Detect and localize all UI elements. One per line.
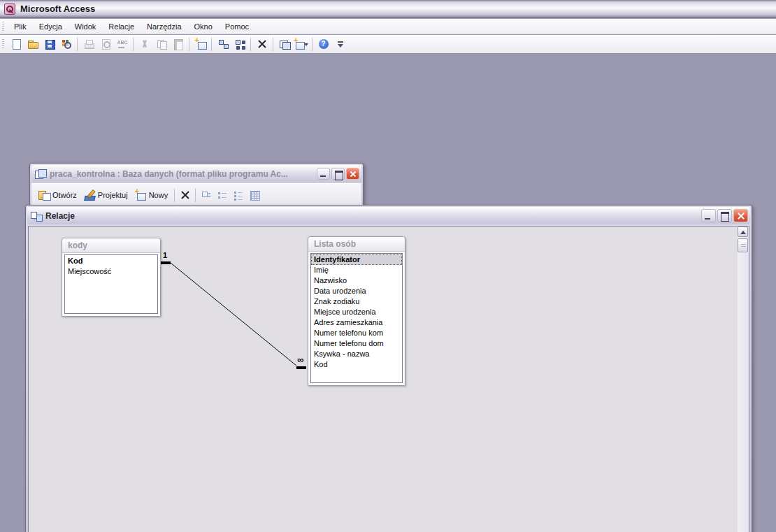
print-preview-icon bbox=[97, 36, 113, 52]
new-file-icon bbox=[10, 38, 22, 50]
clear-layout-icon[interactable] bbox=[254, 36, 270, 52]
save-icon[interactable] bbox=[41, 36, 57, 52]
field-row[interactable]: Numer telefonu kom bbox=[311, 328, 402, 338]
field-row[interactable]: Miejscowość bbox=[65, 266, 157, 277]
new-button[interactable]: Nowy bbox=[132, 187, 173, 203]
field-row[interactable]: Adres zamieszkania bbox=[311, 317, 402, 328]
field-list: IdentyfikatorImięNazwiskoData urodzeniaZ… bbox=[310, 253, 403, 383]
toolbar-separator bbox=[189, 38, 189, 51]
small-icons-view-icon bbox=[217, 189, 228, 201]
direct-relationships-icon bbox=[217, 38, 229, 50]
field-row[interactable]: Data urodzenia bbox=[311, 286, 402, 296]
app-titlebar: Microsoft Access bbox=[0, 0, 776, 18]
delete-object-icon[interactable] bbox=[177, 187, 193, 203]
field-row[interactable]: Znak zodiaku bbox=[311, 296, 402, 307]
relationship-one-label: 1 bbox=[163, 251, 167, 259]
spelling-icon bbox=[114, 36, 130, 52]
menu-item-plik[interactable]: Plik bbox=[8, 20, 33, 34]
file-search-icon[interactable] bbox=[58, 36, 74, 52]
minimize-button[interactable] bbox=[317, 168, 330, 180]
menu-item-okno[interactable]: Okno bbox=[188, 20, 219, 34]
open-file-icon[interactable] bbox=[24, 36, 41, 52]
show-table-icon[interactable] bbox=[192, 36, 208, 52]
menu-item-relacje[interactable]: Relacje bbox=[102, 20, 141, 34]
menu-item-edycja[interactable]: Edycja bbox=[33, 20, 69, 34]
toolbar-separator bbox=[133, 38, 134, 51]
field-row[interactable]: Nazwisko bbox=[311, 275, 402, 286]
menu-item-pomoc[interactable]: Pomoc bbox=[219, 20, 255, 34]
field-row[interactable]: Identyfikator bbox=[311, 254, 402, 265]
toolbar-separator bbox=[77, 38, 78, 51]
help-icon[interactable] bbox=[315, 36, 331, 52]
scroll-up-button[interactable] bbox=[738, 227, 748, 237]
access-key-icon bbox=[4, 3, 15, 15]
toolbar-separator bbox=[174, 189, 175, 202]
field-row[interactable]: Kod bbox=[65, 256, 157, 266]
details-view-icon[interactable] bbox=[246, 187, 262, 203]
file-search-icon bbox=[61, 38, 72, 50]
design-button[interactable]: Projektuj bbox=[81, 187, 132, 203]
toolbar-drag-handle[interactable] bbox=[2, 22, 4, 31]
field-row[interactable]: Kod bbox=[311, 359, 402, 370]
microsoft-access-window: Microsoft Access PlikEdycjaWidokRelacjeN… bbox=[0, 0, 776, 532]
database-window-icon[interactable] bbox=[276, 36, 292, 52]
list-view-icon[interactable] bbox=[230, 187, 246, 203]
small-icons-view-icon[interactable] bbox=[214, 187, 230, 203]
cut-icon bbox=[139, 38, 150, 50]
database-window-titlebar[interactable]: praca_kontrolna : Baza danych (format pl… bbox=[31, 165, 361, 182]
table-box-lista-os-b[interactable]: Lista osóbIdentyfikatorImięNazwiskoData … bbox=[308, 236, 405, 386]
paste-icon bbox=[173, 38, 184, 50]
menu-bar-items: PlikEdycjaWidokRelacjeNarzędziaOknoPomoc bbox=[8, 20, 255, 34]
field-row[interactable]: Numer telefonu dom bbox=[311, 338, 402, 349]
relationships-icon bbox=[31, 210, 42, 222]
new-file-icon[interactable] bbox=[8, 36, 24, 52]
table-title[interactable]: Lista osób bbox=[308, 237, 405, 252]
field-row[interactable]: Imię bbox=[311, 265, 402, 275]
spelling-icon bbox=[117, 38, 128, 50]
copy-icon bbox=[156, 38, 167, 50]
field-row[interactable]: Ksywka - nazwa bbox=[311, 349, 402, 359]
open-button[interactable]: Otwórz bbox=[36, 187, 81, 203]
database-window[interactable]: praca_kontrolna : Baza danych (format pl… bbox=[29, 163, 364, 208]
large-icons-view-icon[interactable] bbox=[198, 187, 214, 203]
relationships-window-titlebar[interactable]: Relacje bbox=[27, 207, 750, 224]
menu-item-narzędzia[interactable]: Narzędzia bbox=[141, 20, 188, 34]
table-title[interactable]: kody bbox=[62, 238, 160, 253]
relationship-canvas[interactable]: 1 ∞ kodyKodMiejscowośćLista osóbIdentyfi… bbox=[29, 227, 738, 532]
relationships-window[interactable]: Relacje 1 ∞ kodyKodMiejscowośćLista osób… bbox=[25, 205, 752, 532]
table-box-kody[interactable]: kodyKodMiejscowość bbox=[62, 238, 161, 317]
direct-relationships-icon[interactable] bbox=[215, 36, 231, 52]
relationships-client-area: 1 ∞ kodyKodMiejscowośćLista osóbIdentyfi… bbox=[28, 226, 749, 532]
menu-bar: PlikEdycjaWidokRelacjeNarzędziaOknoPomoc bbox=[0, 19, 776, 34]
field-list: KodMiejscowość bbox=[64, 254, 158, 314]
vertical-scrollbar[interactable] bbox=[738, 227, 749, 532]
opentable-icon bbox=[38, 189, 50, 201]
all-relationships-icon bbox=[234, 38, 245, 50]
toolbar-options-icon bbox=[335, 38, 346, 50]
list-view-icon bbox=[233, 189, 244, 201]
database-window-toolbar: OtwórzProjektujNowy bbox=[31, 183, 361, 206]
relationships-window-title: Relacje bbox=[45, 211, 700, 221]
new-object-icon[interactable] bbox=[293, 36, 309, 52]
minimize-button[interactable] bbox=[701, 209, 716, 222]
relationship-many-label: ∞ bbox=[297, 354, 303, 365]
paste-icon bbox=[170, 36, 186, 52]
toolbar-drag-handle[interactable] bbox=[2, 39, 4, 49]
all-relationships-icon[interactable] bbox=[231, 36, 247, 52]
maximize-button[interactable] bbox=[331, 168, 345, 180]
toolbar-separator bbox=[273, 38, 273, 51]
toolbar-separator bbox=[250, 38, 251, 51]
app-title: Microsoft Access bbox=[20, 3, 95, 14]
newobj-icon bbox=[135, 189, 146, 201]
new-object-icon bbox=[294, 38, 302, 50]
vertical-scroll-thumb[interactable] bbox=[738, 238, 748, 252]
menu-item-widok[interactable]: Widok bbox=[69, 20, 103, 34]
save-icon bbox=[44, 38, 55, 50]
close-button[interactable] bbox=[346, 168, 359, 180]
field-row[interactable]: Miejsce urodzenia bbox=[311, 307, 402, 317]
toolbar-options-icon[interactable] bbox=[332, 36, 348, 52]
design-button-label: Projektuj bbox=[98, 191, 128, 199]
maximize-button[interactable] bbox=[717, 209, 732, 222]
print-icon bbox=[80, 36, 96, 52]
close-button[interactable] bbox=[733, 209, 748, 222]
